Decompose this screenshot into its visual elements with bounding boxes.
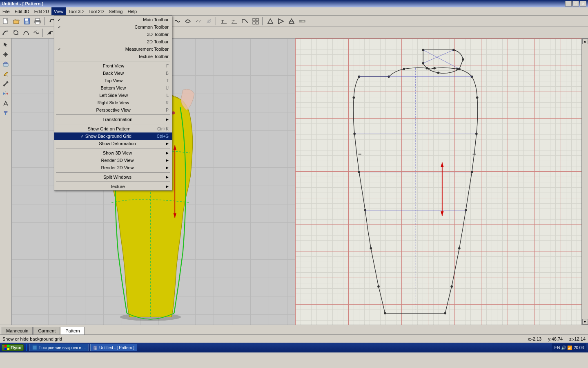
open-btn[interactable] <box>11 17 21 26</box>
menu-help[interactable]: Help <box>125 7 139 15</box>
menu-measurement-toolbar[interactable]: Measurement Toolbar <box>54 45 172 53</box>
menu-front-view[interactable]: Front View F <box>54 62 172 70</box>
menu-common-toolbar[interactable]: Common Toolbar <box>54 23 172 31</box>
menu-3d-toolbar[interactable]: 3D Toolbar <box>54 31 172 38</box>
svg-line-85 <box>423 50 454 63</box>
menu-edit2d[interactable]: Edit 2D <box>32 7 51 15</box>
status-coordinates: x:-2.13 y:46.74 z:-12.14 <box>528 337 586 341</box>
svg-rect-58 <box>3 63 8 66</box>
sym-btn[interactable] <box>31 28 41 37</box>
triangle3-btn[interactable] <box>287 17 296 26</box>
svg-point-101 <box>370 247 372 250</box>
taskbar-app2[interactable]: Untitled - [ Pattern ] <box>90 344 137 351</box>
svg-point-89 <box>433 67 436 70</box>
bezier-btn[interactable] <box>21 28 31 37</box>
menu-show-grid-pattern[interactable]: Show Grid on Pattern Ctrl+K <box>54 125 172 132</box>
menu-setting[interactable]: Setting <box>106 7 125 15</box>
grid-btn[interactable] <box>251 17 261 26</box>
svg-rect-29 <box>253 18 255 21</box>
minimize-button[interactable]: – <box>565 1 572 7</box>
svg-line-61 <box>4 82 8 86</box>
svg-marker-33 <box>268 19 273 23</box>
new-btn[interactable] <box>1 17 11 26</box>
menu-file[interactable]: File <box>0 7 12 15</box>
menu-show-background-grid[interactable]: ✓Show Background Grid Ctrl+G <box>54 132 172 140</box>
pattern-view <box>295 38 581 325</box>
svg-rect-123 <box>94 347 97 350</box>
menu-transformation[interactable]: Transformation ▶ <box>54 116 172 123</box>
ruler-btn[interactable] <box>297 17 307 26</box>
dart-btn[interactable] <box>183 17 193 26</box>
lt-tape[interactable] <box>1 79 10 88</box>
sep-3 <box>56 124 170 124</box>
status-bar: Show or hide background grid x:-2.13 y:4… <box>0 334 588 343</box>
save-btn[interactable] <box>22 17 32 26</box>
system-tray: EN 🔊 📶 20:03 <box>552 343 586 352</box>
svg-marker-59 <box>3 62 8 63</box>
menu-bottom-view[interactable]: Bottom View U <box>54 84 172 92</box>
svg-rect-31 <box>253 22 255 24</box>
menu-view[interactable]: View <box>51 7 66 15</box>
triangle1-btn[interactable] <box>265 17 275 26</box>
sep-5 <box>56 172 170 173</box>
scroll-down-btn[interactable]: ▼ <box>582 319 588 325</box>
menu-show-deformation[interactable]: Show Deformation ▶ <box>54 140 172 147</box>
lt-select[interactable] <box>1 40 10 49</box>
sep-6 <box>56 182 170 182</box>
menu-top-view[interactable]: Top View T <box>54 77 172 84</box>
lt-pin[interactable] <box>1 109 10 118</box>
menu-perspective-view[interactable]: Perspective View P <box>54 106 172 114</box>
svg-point-87 <box>403 68 405 70</box>
scroll-up-btn[interactable]: ▲ <box>582 38 588 44</box>
close-button[interactable]: × <box>580 1 586 7</box>
app1-icon <box>32 345 37 350</box>
measure3-btn[interactable] <box>240 17 250 26</box>
svg-rect-120 <box>7 348 9 350</box>
measure1-btn[interactable]: T <box>219 17 229 26</box>
tab-mannequin[interactable]: Mannequin <box>2 327 33 334</box>
tab-garment[interactable]: Garment <box>33 327 60 334</box>
svg-rect-117 <box>4 345 7 347</box>
svg-point-96 <box>458 247 461 250</box>
menu-texture-toolbar[interactable]: Texture Toolbar <box>54 53 172 60</box>
svg-point-98 <box>444 312 447 314</box>
menu-main-toolbar[interactable]: Main Toolbar <box>54 16 172 23</box>
svg-line-84 <box>423 50 459 69</box>
menu-edit3d[interactable]: Edit 3D <box>12 7 32 15</box>
svg-rect-119 <box>4 348 7 350</box>
menu-right-side-view[interactable]: Right Side View R <box>54 99 172 106</box>
svg-point-42 <box>2 34 4 35</box>
lt-zoom[interactable] <box>1 60 10 69</box>
menu-render-2d-view[interactable]: Render 2D View ▶ <box>54 164 172 171</box>
measure-btn[interactable] <box>194 17 203 26</box>
tab-pattern[interactable]: Pattern <box>61 327 84 334</box>
erase-btn[interactable] <box>204 17 214 26</box>
svg-point-92 <box>476 96 479 99</box>
start-button[interactable]: Пуск <box>2 344 24 351</box>
lt-pan[interactable] <box>1 50 10 59</box>
print-btn[interactable] <box>33 17 42 26</box>
lt-measure[interactable] <box>1 99 10 108</box>
svg-rect-69 <box>4 111 7 112</box>
measure2-btn[interactable]: T <box>229 17 239 26</box>
menu-render-3d-view[interactable]: Render 3D View ▶ <box>54 157 172 164</box>
triangle2-btn[interactable] <box>276 17 286 26</box>
tray-icons: EN 🔊 📶 <box>555 346 572 350</box>
node-btn[interactable] <box>11 28 21 37</box>
lt-mirror[interactable] <box>1 89 10 98</box>
menu-tool3d[interactable]: Tool 3D <box>66 7 86 15</box>
menu-split-windows[interactable]: Split Windows ▶ <box>54 173 172 181</box>
seam-btn[interactable] <box>172 17 182 26</box>
lt-edit[interactable] <box>1 70 10 79</box>
svg-rect-4 <box>25 21 29 24</box>
menu-show-3d-view[interactable]: Show 3D View ▶ <box>54 149 172 157</box>
curve2-btn[interactable] <box>1 28 11 37</box>
menu-2d-toolbar[interactable]: 2D Toolbar <box>54 38 172 45</box>
menu-tool2d[interactable]: Tool 2D <box>86 7 106 15</box>
menu-texture[interactable]: Texture ▶ <box>54 183 172 190</box>
taskbar-app1[interactable]: Построение выкроек в ... <box>29 344 89 351</box>
maximize-button[interactable]: □ <box>572 1 579 7</box>
menu-back-view[interactable]: Back View B <box>54 70 172 77</box>
status-x: x:-2.13 <box>528 337 542 341</box>
menu-left-side-view[interactable]: Left Side View L <box>54 92 172 99</box>
